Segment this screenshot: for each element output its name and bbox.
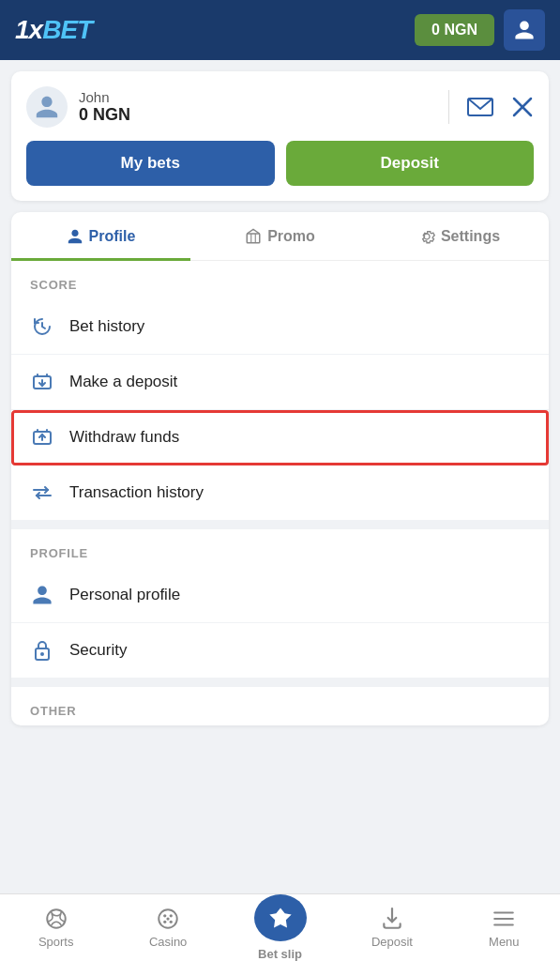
mail-icon: [466, 96, 494, 118]
menu-icon: [492, 907, 516, 931]
nav-bet-slip[interactable]: Bet slip: [224, 894, 336, 961]
bet-slip-icon: [267, 905, 294, 931]
nav-deposit[interactable]: Deposit: [336, 894, 447, 961]
score-section-label: SCORE: [11, 261, 549, 299]
nav-menu[interactable]: Menu: [448, 894, 560, 961]
transaction-history-icon: [30, 481, 54, 504]
tab-promo[interactable]: Promo: [190, 213, 370, 261]
nav-deposit-label: Deposit: [371, 935, 413, 949]
menu-item-make-deposit[interactable]: Make a deposit: [11, 355, 549, 410]
nav-bet-slip-label: Bet slip: [258, 947, 302, 961]
deposit-nav-icon: [380, 907, 404, 931]
section-divider-2: [11, 678, 549, 687]
bottom-nav: Sports Casino Bet slip Deposit: [0, 893, 560, 961]
user-actions: [448, 90, 534, 124]
action-buttons: My bets Deposit: [26, 141, 534, 186]
other-menu-list: OTHER: [11, 687, 549, 725]
settings-tab-icon: [418, 228, 435, 245]
make-deposit-icon: [30, 371, 54, 393]
profile-menu-list: PROFILE Personal profile Secu: [11, 529, 549, 678]
svg-point-18: [47, 909, 66, 928]
tab-settings-label: Settings: [441, 228, 500, 245]
header: 1xBET 0 NGN: [0, 0, 560, 60]
tab-profile-label: Profile: [89, 228, 136, 245]
deposit-button[interactable]: Deposit: [286, 141, 535, 186]
security-label: Security: [69, 641, 127, 660]
section-divider-1: [11, 520, 549, 529]
header-right: 0 NGN: [415, 9, 545, 51]
user-info-row: John 0 NGN: [26, 86, 534, 128]
tabs-section: Profile Promo Settings SCORE: [11, 212, 549, 725]
tab-profile[interactable]: Profile: [11, 213, 190, 261]
make-deposit-label: Make a deposit: [69, 373, 177, 391]
user-balance: 0 NGN: [79, 105, 130, 125]
personal-profile-label: Personal profile: [69, 586, 180, 604]
nav-casino[interactable]: Casino: [112, 894, 223, 961]
svg-point-24: [166, 917, 169, 920]
logo-text: 1xBET: [15, 15, 92, 45]
svg-rect-3: [247, 234, 260, 243]
logo: 1xBET: [15, 15, 92, 45]
svg-marker-25: [269, 908, 291, 928]
sports-icon: [44, 907, 68, 931]
nav-sports[interactable]: Sports: [0, 894, 112, 961]
nav-sports-label: Sports: [38, 935, 74, 949]
menu-item-security[interactable]: Security: [11, 623, 549, 678]
menu-item-withdraw-funds[interactable]: Withdraw funds: [11, 410, 549, 465]
close-button[interactable]: [511, 96, 534, 118]
tab-promo-label: Promo: [267, 228, 315, 245]
other-section-label: OTHER: [11, 687, 549, 725]
user-icon: [513, 19, 536, 41]
bet-history-icon: [30, 315, 54, 338]
svg-point-17: [40, 652, 44, 656]
user-avatar: [26, 86, 68, 128]
svg-point-21: [170, 914, 173, 917]
personal-profile-icon: [30, 584, 54, 606]
transaction-history-label: Transaction history: [69, 483, 204, 502]
content-scroll: John 0 NGN: [0, 71, 560, 812]
tabs: Profile Promo Settings: [11, 212, 549, 261]
user-left: John 0 NGN: [26, 86, 130, 128]
nav-casino-label: Casino: [149, 935, 187, 949]
menu-item-bet-history[interactable]: Bet history: [11, 299, 549, 355]
promo-tab-icon: [245, 228, 262, 245]
withdraw-funds-label: Withdraw funds: [69, 428, 179, 447]
menu-item-transaction-history[interactable]: Transaction history: [11, 465, 549, 520]
vertical-divider: [448, 90, 449, 124]
profile-tab-icon: [67, 228, 83, 245]
casino-icon: [156, 907, 180, 931]
svg-point-20: [163, 914, 166, 917]
logo-1x: 1x: [15, 15, 42, 44]
user-card: John 0 NGN: [11, 71, 549, 201]
svg-point-23: [170, 921, 173, 923]
logo-bet: BET: [42, 15, 92, 44]
svg-point-22: [163, 921, 166, 923]
avatar-icon: [34, 94, 60, 120]
profile-section-label: PROFILE: [11, 529, 549, 568]
my-bets-button[interactable]: My bets: [26, 141, 275, 186]
security-icon: [30, 639, 54, 662]
bet-slip-circle: [254, 894, 307, 941]
user-name: John: [79, 89, 130, 105]
header-balance-button[interactable]: 0 NGN: [415, 14, 494, 46]
message-button[interactable]: [466, 96, 494, 118]
nav-menu-label: Menu: [489, 935, 520, 949]
header-avatar-button[interactable]: [504, 9, 545, 51]
close-icon: [511, 96, 534, 118]
bet-history-label: Bet history: [69, 317, 144, 336]
score-menu-list: SCORE Bet history: [11, 261, 549, 520]
menu-item-personal-profile[interactable]: Personal profile: [11, 568, 549, 623]
tab-settings[interactable]: Settings: [370, 213, 549, 261]
withdraw-funds-icon: [30, 426, 54, 449]
user-details: John 0 NGN: [79, 89, 130, 125]
